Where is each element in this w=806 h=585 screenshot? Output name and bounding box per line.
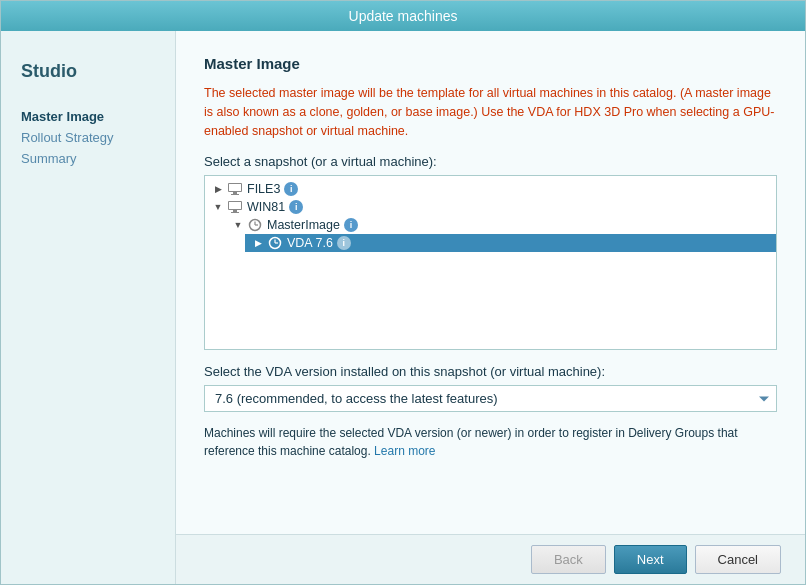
sidebar-item-summary[interactable]: Summary xyxy=(21,148,155,169)
tree-item-file3[interactable]: ▶ FILE3 i xyxy=(205,180,776,198)
dialog: Update machines Studio Master Image Roll… xyxy=(0,0,806,585)
svg-rect-3 xyxy=(231,194,239,195)
cancel-button[interactable]: Cancel xyxy=(695,545,781,574)
expand-icon-vda76: ▶ xyxy=(251,236,265,250)
svg-rect-2 xyxy=(233,192,237,194)
info-icon-win81[interactable]: i xyxy=(289,200,303,214)
sidebar: Studio Master Image Rollout Strategy Sum… xyxy=(1,31,176,584)
sidebar-item-master-image[interactable]: Master Image xyxy=(21,106,155,127)
expand-icon-win81: ▼ xyxy=(211,200,225,214)
title-bar: Update machines xyxy=(1,1,805,31)
dialog-footer: Back Next Cancel xyxy=(176,534,805,584)
learn-more-link[interactable]: Learn more xyxy=(374,444,435,458)
svg-rect-7 xyxy=(231,212,239,213)
svg-rect-6 xyxy=(233,210,237,212)
tree-item-masterimage[interactable]: ▼ MasterImage i xyxy=(225,216,776,234)
tree-label-file3: FILE3 xyxy=(247,182,280,196)
tree-label-vda76: VDA 7.6 xyxy=(287,236,333,250)
dialog-title: Update machines xyxy=(349,8,458,24)
monitor-icon-file3 xyxy=(227,182,243,196)
next-button[interactable]: Next xyxy=(614,545,687,574)
tree-label-win81: WIN81 xyxy=(247,200,285,214)
monitor-icon-win81 xyxy=(227,200,243,214)
description-text: The selected master image will be the te… xyxy=(204,84,777,140)
clock-icon-vda76 xyxy=(267,236,283,250)
info-icon-file3[interactable]: i xyxy=(284,182,298,196)
sidebar-item-rollout-strategy[interactable]: Rollout Strategy xyxy=(21,127,155,148)
content-area: Master Image The selected master image w… xyxy=(176,31,805,534)
vda-dropdown-wrapper: 7.6 (recommended, to access the latest f… xyxy=(204,385,777,412)
tree-label: Select a snapshot (or a virtual machine)… xyxy=(204,154,777,169)
svg-rect-1 xyxy=(229,184,241,191)
info-icon-vda76[interactable]: i xyxy=(337,236,351,250)
clock-icon-masterimage xyxy=(247,218,263,232)
back-button[interactable]: Back xyxy=(531,545,606,574)
body: Studio Master Image Rollout Strategy Sum… xyxy=(1,31,805,584)
sidebar-title: Studio xyxy=(21,61,155,82)
info-icon-masterimage[interactable]: i xyxy=(344,218,358,232)
content-heading: Master Image xyxy=(204,55,777,72)
tree-label-masterimage: MasterImage xyxy=(267,218,340,232)
expand-icon-masterimage: ▼ xyxy=(231,218,245,232)
vda-version-select[interactable]: 7.6 (recommended, to access the latest f… xyxy=(204,385,777,412)
svg-rect-5 xyxy=(229,202,241,209)
expand-icon-file3: ▶ xyxy=(211,182,225,196)
vda-section-label: Select the VDA version installed on this… xyxy=(204,364,777,379)
snapshot-tree[interactable]: ▶ FILE3 i xyxy=(204,175,777,350)
footer-info-text: Machines will require the selected VDA v… xyxy=(204,424,777,460)
tree-item-win81[interactable]: ▼ WIN81 i xyxy=(205,198,776,216)
tree-item-vda76[interactable]: ▶ VDA 7.6 i xyxy=(245,234,776,252)
